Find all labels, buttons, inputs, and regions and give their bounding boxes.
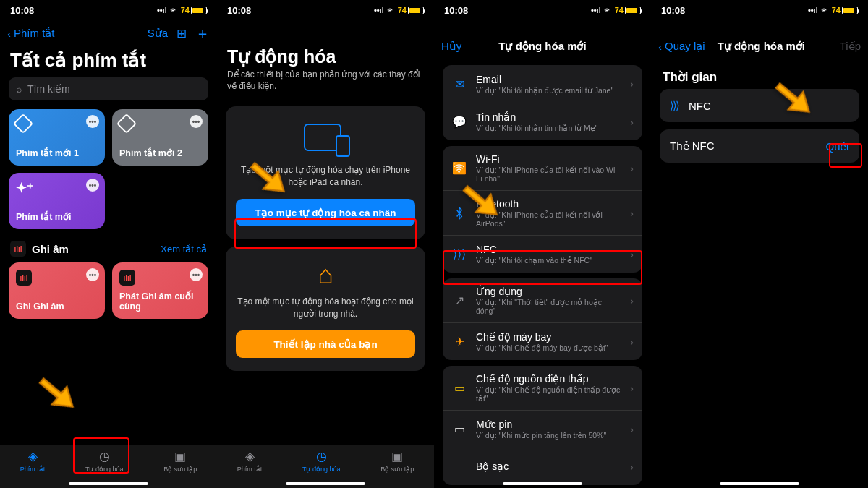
trigger-row[interactable]: Bộ sạc› (443, 448, 642, 485)
tab-gallery[interactable]: ▣Bộ sưu tập (380, 449, 414, 473)
more-icon[interactable]: ••• (86, 115, 99, 128)
shortcut-tile[interactable]: ••• Phím tắt mới 1 (9, 109, 105, 166)
tile-label: Phím tắt mới 2 (119, 147, 201, 158)
row-title: NFC (476, 244, 621, 255)
more-icon[interactable]: ••• (86, 268, 99, 281)
nav-edit[interactable]: Sửa (148, 27, 168, 40)
nav-bar: ‹ Phím tắt Sửa ⊞ ＋ (0, 20, 217, 46)
row-icon: 💬 (451, 115, 467, 129)
row-icon: ▭ (451, 381, 467, 395)
trigger-group-messaging: ✉︎EmailVí dụ: "Khi tôi nhận được email t… (443, 65, 642, 140)
home-indicator[interactable] (720, 482, 799, 485)
row-description: Ví dụ: "Khi "Thời tiết" được mở hoặc đón… (476, 298, 621, 315)
page-title: Tất cả phím tắt (0, 46, 217, 77)
screen-nfc: 10:08 ••ılᯤ74 ‹Quay lại Tự động hóa mới … (651, 0, 868, 488)
status-bar: 10:08 ••ıl ᯤ 74 (0, 0, 217, 20)
row-title: Email (476, 74, 621, 85)
trigger-row[interactable]: ▭Chế độ nguồn điện thấpVí dụ: "Khi Chế đ… (443, 366, 642, 410)
voice-memo-icon: ılıl (16, 270, 32, 286)
scan-button[interactable]: Quét (825, 140, 849, 153)
chevron-right-icon: › (630, 249, 634, 260)
row-description: Ví dụ: "Khi Chế độ máy bay được bật" (476, 343, 621, 352)
trigger-row[interactable]: BluetoothVí dụ: "Khi iPhone của tôi kết … (443, 190, 642, 235)
section-header: ılıl Ghi âm Xem tất cả (0, 238, 217, 257)
trigger-row[interactable]: ⟩⟩⟩NFCVí dụ: "Khi tôi chạm vào thẻ NFC"› (443, 235, 642, 273)
search-input[interactable]: ⌕ Tìm kiếm (9, 77, 208, 100)
chevron-right-icon: › (630, 336, 634, 348)
create-personal-automation-button[interactable]: Tạo mục tự động hóa cá nhân (236, 199, 415, 226)
nfc-icon: ⟩⟩⟩ (670, 99, 678, 112)
add-icon[interactable]: ＋ (195, 24, 210, 43)
tab-shortcuts[interactable]: ◈Phím tắt (20, 449, 46, 473)
row-description: Ví dụ: "Khi iPhone của tôi kết nối với A… (476, 210, 621, 228)
row-description: Ví dụ: "Khi mức pin tăng lên trên 50%" (476, 431, 621, 440)
row-title: Bộ sạc (476, 461, 621, 472)
chevron-right-icon: › (630, 116, 634, 128)
status-bar: 10:08 ••ılᯤ74 (217, 0, 434, 20)
row-description: Ví dụ: "Khi tôi chạm vào thẻ NFC" (476, 256, 621, 265)
row-description: Ví dụ: "Khi tôi nhận được email từ Jane" (476, 86, 621, 95)
wifi-icon: ᯤ (170, 6, 178, 14)
chevron-right-icon: › (630, 163, 634, 174)
more-icon[interactable]: ••• (86, 179, 99, 192)
home-indicator[interactable] (286, 482, 365, 485)
trigger-row[interactable]: ↗Ứng dụngVí dụ: "Khi "Thời tiết" được mở… (443, 278, 642, 322)
page-title: Tự động hóa (217, 42, 434, 69)
nfc-tag-row: Thẻ NFC Quét (660, 129, 859, 163)
row-icon: ✈ (451, 335, 467, 348)
row-title: Chế độ nguồn điện thấp (476, 373, 621, 385)
trigger-row[interactable]: ✉︎EmailVí dụ: "Khi tôi nhận được email t… (443, 65, 642, 103)
trigger-row[interactable]: ✈Chế độ máy bayVí dụ: "Khi Chế độ máy ba… (443, 322, 642, 360)
tab-bar: ◈Phím tắt ◷Tự động hóa ▣Bộ sưu tập (217, 445, 434, 488)
card-description: Tạo một mục tự động hóa hoạt động cho mọ… (236, 296, 415, 320)
shortcut-tile[interactable]: ••• ılıl Phát Ghi âm cuối cùng (112, 262, 208, 319)
trigger-row[interactable]: 💬Tin nhắnVí dụ: "Khi tôi nhận tin nhắn t… (443, 103, 642, 140)
tab-automation[interactable]: ◷Tự động hóa (302, 449, 341, 473)
shortcut-tile[interactable]: ••• Phím tắt mới 2 (112, 109, 208, 166)
tab-shortcuts[interactable]: ◈Phím tắt (237, 449, 263, 473)
more-icon[interactable]: ••• (190, 268, 203, 281)
tile-label: Ghi Ghi âm (16, 301, 98, 312)
nav-bar: ‹Quay lại Tự động hóa mới Tiếp (651, 33, 868, 59)
tile-label: Phím tắt mới 1 (16, 147, 98, 158)
home-indicator[interactable] (69, 482, 148, 485)
nav-back[interactable]: ‹ Phím tắt (7, 27, 55, 40)
nav-bar: Hủy Tự động hóa mới (434, 33, 651, 59)
chevron-right-icon: › (630, 295, 634, 307)
screen-new-automation: 10:08 ••ılᯤ74 Hủy Tự động hóa mới ✉︎Emai… (434, 0, 651, 488)
screen-automation: 10:08 ••ılᯤ74 Tự động hóa Để các thiết b… (217, 0, 434, 488)
chevron-right-icon: › (630, 207, 634, 219)
row-title: Wi-Fi (476, 153, 621, 165)
layers-icon (13, 114, 33, 134)
more-icon[interactable]: ••• (190, 115, 203, 128)
trigger-row[interactable]: ▭Mức pinVí dụ: "Khi mức pin tăng lên trê… (443, 410, 642, 448)
nav-title: Tự động hóa mới (485, 40, 600, 53)
row-description: Ví dụ: "Khi tôi nhận tin nhắn từ Mẹ" (476, 124, 621, 132)
setup-home-button[interactable]: Thiết lập nhà của bạn (236, 330, 415, 358)
row-icon: ↗ (451, 294, 467, 307)
tab-automation[interactable]: ◷Tự động hóa (85, 449, 124, 473)
chevron-left-icon: ‹ (658, 40, 662, 53)
signal-icon: ••ıl (157, 6, 167, 14)
nav-cancel[interactable]: Hủy (441, 40, 485, 53)
row-title: Chế độ máy bay (476, 331, 621, 343)
nav-back[interactable]: ‹Quay lại (658, 40, 705, 53)
home-icon: ⌂ (318, 260, 333, 290)
chevron-right-icon: › (630, 461, 634, 473)
nfc-tag-label: Thẻ NFC (670, 140, 715, 153)
home-indicator[interactable] (503, 482, 582, 485)
battery-icon: 74 (181, 6, 207, 14)
nfc-label: NFC (689, 100, 711, 112)
status-bar: 10:08 ••ılᯤ74 (651, 0, 868, 20)
voice-memo-icon: ılıl (119, 270, 135, 286)
shortcut-tile[interactable]: ••• ılıl Ghi Ghi âm (9, 262, 105, 319)
trigger-row[interactable]: 🛜Wi-FiVí dụ: "Khi iPhone của tôi kết nối… (443, 146, 642, 190)
shortcut-tile[interactable]: ••• ✦⁺ Phím tắt mới (9, 173, 105, 229)
tab-gallery[interactable]: ▣Bộ sưu tập (163, 449, 197, 473)
grid-view-icon[interactable]: ⊞ (176, 26, 187, 41)
home-automation-card: ⌂ Tạo một mục tự động hóa hoạt động cho … (226, 247, 425, 371)
row-title: Mức pin (476, 419, 621, 430)
chevron-right-icon: › (630, 382, 634, 394)
row-icon: ⟩⟩⟩ (451, 247, 467, 261)
see-all-link[interactable]: Xem tất cả (161, 244, 207, 254)
